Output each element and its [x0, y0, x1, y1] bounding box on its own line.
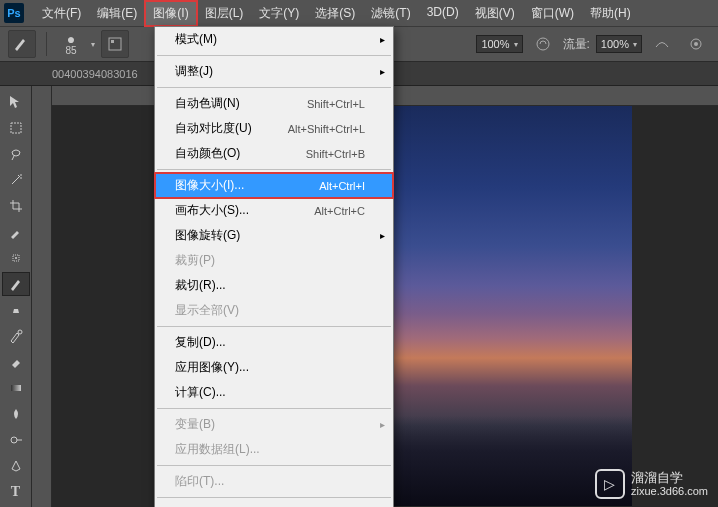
current-tool-preview[interactable]	[8, 30, 36, 58]
menu-item: 显示全部(V)	[155, 298, 393, 323]
menu-separator	[157, 169, 391, 170]
brush-tool[interactable]	[2, 272, 30, 296]
menu-item[interactable]: 图像旋转(G)	[155, 223, 393, 248]
menu-编辑[interactable]: 编辑(E)	[89, 1, 145, 26]
menu-separator	[157, 408, 391, 409]
menu-item[interactable]: 模式(M)	[155, 27, 393, 52]
menu-item-label: 应用图像(Y)...	[175, 359, 249, 376]
brush-preset-picker[interactable]: ● 85	[57, 30, 85, 58]
menu-文件[interactable]: 文件(F)	[34, 1, 89, 26]
menu-item[interactable]: 画布大小(S)...Alt+Ctrl+C	[155, 198, 393, 223]
menu-separator	[157, 465, 391, 466]
menu-item-label: 自动对比度(U)	[175, 120, 252, 137]
menu-item[interactable]: 调整(J)	[155, 59, 393, 84]
eraser-tool[interactable]	[2, 350, 30, 374]
svg-point-7	[15, 257, 17, 259]
type-tool[interactable]: T	[2, 480, 30, 504]
menu-item[interactable]: 裁切(R)...	[155, 273, 393, 298]
svg-point-8	[18, 330, 22, 334]
move-tool[interactable]	[2, 90, 30, 114]
magic-wand-tool[interactable]	[2, 168, 30, 192]
menu-item-label: 裁剪(P)	[175, 252, 215, 269]
menu-item-shortcut: Alt+Ctrl+I	[319, 180, 365, 192]
menu-item-shortcut: Shift+Ctrl+B	[306, 148, 365, 160]
menu-窗口[interactable]: 窗口(W)	[523, 1, 582, 26]
menu-item-label: 复制(D)...	[175, 334, 226, 351]
menu-item[interactable]: 复制(D)...	[155, 330, 393, 355]
menu-separator	[157, 326, 391, 327]
menu-帮助[interactable]: 帮助(H)	[582, 1, 639, 26]
menu-item-label: 计算(C)...	[175, 384, 226, 401]
marquee-tool[interactable]	[2, 116, 30, 140]
pen-tool[interactable]	[2, 454, 30, 478]
menu-3d[interactable]: 3D(D)	[419, 1, 467, 26]
svg-rect-5	[11, 123, 21, 133]
app-logo: Ps	[4, 3, 24, 23]
document-tab[interactable]: 00400394083016	[52, 68, 138, 80]
divider	[46, 32, 47, 56]
dropdown-icon: ▾	[514, 40, 518, 49]
lasso-tool[interactable]	[2, 142, 30, 166]
menu-item-label: 模式(M)	[175, 31, 217, 48]
flow-field[interactable]: 100% ▾	[596, 35, 642, 53]
menu-item-label: 图像旋转(G)	[175, 227, 240, 244]
dodge-tool[interactable]	[2, 428, 30, 452]
menu-文字[interactable]: 文字(Y)	[251, 1, 307, 26]
gradient-tool[interactable]	[2, 376, 30, 400]
clone-stamp-tool[interactable]	[2, 298, 30, 322]
blur-tool[interactable]	[2, 402, 30, 426]
menu-item-shortcut: Alt+Shift+Ctrl+L	[288, 123, 365, 135]
menu-选择[interactable]: 选择(S)	[307, 1, 363, 26]
menu-视图[interactable]: 视图(V)	[467, 1, 523, 26]
menu-item-label: 裁切(R)...	[175, 277, 226, 294]
menu-item-label: 显示全部(V)	[175, 302, 239, 319]
menu-bar: Ps 文件(F)编辑(E)图像(I)图层(L)文字(Y)选择(S)滤镜(T)3D…	[0, 0, 718, 26]
menu-item: 应用数据组(L)...	[155, 437, 393, 462]
dropdown-icon: ▾	[633, 40, 637, 49]
menu-item-label: 陷印(T)...	[175, 473, 224, 490]
dropdown-icon[interactable]: ▾	[91, 40, 95, 49]
eyedropper-tool[interactable]	[2, 220, 30, 244]
menu-滤镜[interactable]: 滤镜(T)	[363, 1, 418, 26]
menu-item[interactable]: 自动色调(N)Shift+Ctrl+L	[155, 91, 393, 116]
svg-rect-0	[109, 38, 121, 50]
menu-item-label: 画布大小(S)...	[175, 202, 249, 219]
image-menu-dropdown: 模式(M)调整(J)自动色调(N)Shift+Ctrl+L自动对比度(U)Alt…	[154, 26, 394, 507]
menu-item[interactable]: 自动对比度(U)Alt+Shift+Ctrl+L	[155, 116, 393, 141]
menu-item-shortcut: Alt+Ctrl+C	[314, 205, 365, 217]
pressure-opacity-icon[interactable]	[529, 30, 557, 58]
menu-item[interactable]: 计算(C)...	[155, 380, 393, 405]
menu-item[interactable]: 自动颜色(O)Shift+Ctrl+B	[155, 141, 393, 166]
healing-tool[interactable]	[2, 246, 30, 270]
svg-rect-1	[111, 40, 114, 43]
menu-item-label: 自动颜色(O)	[175, 145, 240, 162]
watermark: ▷ 溜溜自学 zixue.3d66.com	[595, 469, 708, 499]
watermark-brand: 溜溜自学	[631, 471, 708, 485]
history-brush-tool[interactable]	[2, 324, 30, 348]
menu-item-label: 图像大小(I)...	[175, 177, 244, 194]
menu-item: 陷印(T)...	[155, 469, 393, 494]
menu-item-label: 调整(J)	[175, 63, 213, 80]
watermark-url: zixue.3d66.com	[631, 485, 708, 497]
menu-图像[interactable]: 图像(I)	[145, 1, 196, 26]
menu-item[interactable]: 图像大小(I)...Alt+Ctrl+I	[155, 173, 393, 198]
menu-item[interactable]: 应用图像(Y)...	[155, 355, 393, 380]
menu-item[interactable]: 分析(A)	[155, 501, 393, 507]
brush-panel-toggle[interactable]	[101, 30, 129, 58]
menu-item: 变量(B)	[155, 412, 393, 437]
svg-rect-9	[11, 385, 21, 391]
toolbox: T	[0, 86, 32, 507]
flow-label: 流量:	[563, 36, 590, 53]
pressure-size-icon[interactable]	[682, 30, 710, 58]
menu-separator	[157, 55, 391, 56]
crop-tool[interactable]	[2, 194, 30, 218]
menu-item-shortcut: Shift+Ctrl+L	[307, 98, 365, 110]
opacity-field[interactable]: 100% ▾	[476, 35, 522, 53]
menu-separator	[157, 87, 391, 88]
play-icon: ▷	[595, 469, 625, 499]
airbrush-icon[interactable]	[648, 30, 676, 58]
opacity-value: 100%	[481, 38, 509, 50]
menu-图层[interactable]: 图层(L)	[197, 1, 252, 26]
menu-separator	[157, 497, 391, 498]
svg-point-2	[537, 38, 549, 50]
